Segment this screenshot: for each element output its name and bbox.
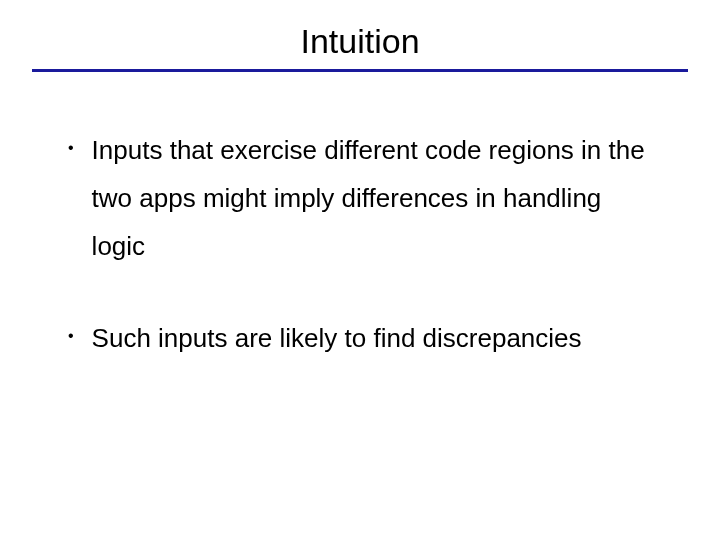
slide-content: • Inputs that exercise different code re… [0, 72, 720, 362]
slide-title: Intuition [0, 0, 720, 69]
bullet-text: Such inputs are likely to find discrepan… [92, 314, 582, 362]
bullet-item: • Such inputs are likely to find discrep… [68, 314, 660, 362]
bullet-dot-icon: • [68, 126, 74, 170]
bullet-text: Inputs that exercise different code regi… [92, 126, 660, 270]
bullet-item: • Inputs that exercise different code re… [68, 126, 660, 270]
bullet-dot-icon: • [68, 314, 74, 358]
